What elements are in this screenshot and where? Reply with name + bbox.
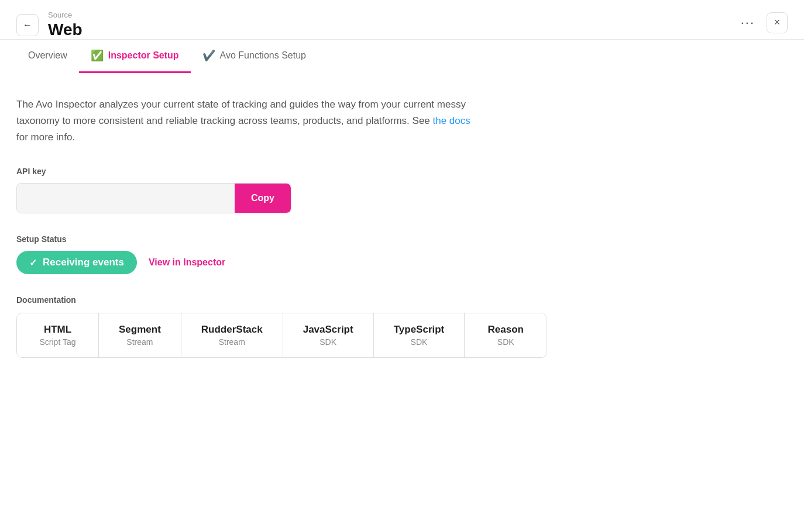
- tabs: Overview ✅ Inspector Setup ✔️ Avo Functi…: [0, 40, 804, 73]
- doc-tab-sub: SDK: [485, 337, 527, 347]
- api-key-input[interactable]: [17, 184, 235, 213]
- header-right: ··· ×: [736, 12, 788, 33]
- doc-tab-javascript[interactable]: JavaScriptSDK: [283, 313, 374, 357]
- receiving-events-label: Receiving events: [43, 257, 124, 268]
- setup-status-label: Setup Status: [16, 234, 788, 244]
- doc-tab-sub: Script Tag: [37, 337, 78, 347]
- back-arrow-icon: ←: [23, 20, 32, 30]
- doc-tab-reason[interactable]: ReasonSDK: [465, 313, 547, 357]
- tab-avo-functions-setup-label: Avo Functions Setup: [220, 50, 306, 61]
- tab-avo-functions-setup[interactable]: ✔️ Avo Functions Setup: [191, 40, 318, 73]
- doc-tab-segment[interactable]: SegmentStream: [99, 313, 181, 357]
- back-button[interactable]: ←: [16, 14, 39, 36]
- docs-link[interactable]: the docs: [433, 115, 470, 126]
- source-info: Source Web: [48, 11, 83, 39]
- doc-tab-name: HTML: [37, 324, 78, 336]
- doc-tab-html[interactable]: HTMLScript Tag: [17, 313, 99, 357]
- header: ← Source Web ··· ×: [0, 0, 804, 40]
- close-icon: ×: [774, 16, 781, 29]
- api-key-label: API key: [16, 167, 788, 176]
- check-circle-pink-icon: ✅: [91, 49, 104, 62]
- doc-tabs: HTMLScript TagSegmentStreamRudderStackSt…: [16, 313, 547, 358]
- doc-tab-name: TypeScript: [394, 324, 445, 336]
- doc-tab-sub: Stream: [201, 337, 263, 347]
- doc-tab-name: JavaScript: [303, 324, 353, 336]
- documentation-section: Documentation HTMLScript TagSegmentStrea…: [16, 295, 788, 358]
- source-title: Web: [48, 20, 83, 39]
- setup-status-section: Setup Status ✓ Receiving events View in …: [16, 234, 788, 274]
- doc-tab-name: Reason: [485, 324, 527, 336]
- doc-tab-sub: SDK: [394, 337, 445, 347]
- doc-tab-rudderstack[interactable]: RudderStackStream: [181, 313, 283, 357]
- header-left: ← Source Web: [16, 11, 83, 39]
- receiving-events-badge: ✓ Receiving events: [16, 251, 137, 274]
- close-button[interactable]: ×: [767, 12, 788, 33]
- check-circle-gray-icon: ✔️: [202, 49, 215, 62]
- documentation-label: Documentation: [16, 295, 788, 305]
- description: The Avo Inspector analyzes your current …: [16, 96, 485, 146]
- check-icon: ✓: [29, 257, 37, 268]
- doc-tab-name: RudderStack: [201, 324, 263, 336]
- description-text-2: for more info.: [16, 132, 75, 143]
- doc-tab-typescript[interactable]: TypeScriptSDK: [374, 313, 465, 357]
- more-options-button[interactable]: ···: [736, 13, 760, 33]
- tab-inspector-setup[interactable]: ✅ Inspector Setup: [79, 40, 191, 73]
- tab-overview[interactable]: Overview: [16, 40, 79, 73]
- doc-tab-sub: SDK: [303, 337, 353, 347]
- status-row: ✓ Receiving events View in Inspector: [16, 251, 788, 274]
- tab-inspector-setup-label: Inspector Setup: [108, 50, 179, 61]
- copy-button[interactable]: Copy: [235, 184, 291, 213]
- view-in-inspector-link[interactable]: View in Inspector: [149, 257, 225, 268]
- description-text-1: The Avo Inspector analyzes your current …: [16, 99, 466, 126]
- doc-tab-name: Segment: [119, 324, 161, 336]
- api-key-field: Copy: [16, 183, 291, 213]
- tab-overview-label: Overview: [28, 50, 67, 61]
- content: The Avo Inspector analyzes your current …: [0, 73, 804, 374]
- source-label: Source: [48, 11, 83, 19]
- api-key-section: API key Copy: [16, 167, 788, 213]
- doc-tab-sub: Stream: [119, 337, 161, 347]
